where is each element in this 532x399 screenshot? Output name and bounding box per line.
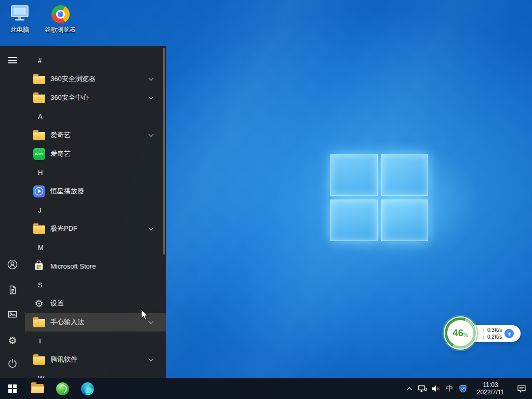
network-icon xyxy=(418,385,427,393)
volume-muted-icon xyxy=(431,384,441,393)
folder-icon xyxy=(33,93,45,103)
start-item-app[interactable]: ⚙ 设置 xyxy=(25,294,166,313)
clock-time: 11:03 xyxy=(483,381,498,389)
chevron-down-icon xyxy=(149,225,154,231)
chrome-icon xyxy=(51,3,70,25)
folder-icon xyxy=(33,130,45,140)
settings-gear-icon: ⚙ xyxy=(8,336,17,345)
chevron-down-icon xyxy=(149,356,154,362)
power-icon xyxy=(7,358,18,370)
download-arrow-icon xyxy=(482,335,487,340)
windows-logo-icon xyxy=(8,384,17,393)
speed-rows: 0.3K/s 0.2K/s xyxy=(482,327,502,340)
documents-icon xyxy=(7,285,18,297)
start-section-header[interactable]: H xyxy=(25,163,166,182)
upload-speed: 0.3K/s xyxy=(482,327,502,334)
show-hidden-icons-button[interactable] xyxy=(403,378,416,399)
network-button[interactable] xyxy=(416,378,429,399)
start-menu-rail: ⚙ xyxy=(0,46,25,378)
ime-indicator[interactable]: 中 xyxy=(443,378,456,399)
desktop-icon-chrome[interactable]: 谷歌浏览器 xyxy=(41,3,80,34)
chevron-down-icon xyxy=(149,319,154,324)
usage-percent: 46 % xyxy=(447,320,473,346)
pictures-icon xyxy=(7,309,18,322)
folder-icon xyxy=(33,74,45,84)
pictures-button[interactable] xyxy=(0,305,25,326)
settings-button[interactable]: ⚙ xyxy=(0,330,25,351)
start-app-list: # 360安全浏览器 360安全中心 A 爱奇艺 iQIYI 爱奇艺 H xyxy=(25,51,166,378)
logo-pane xyxy=(330,200,378,242)
action-center-button[interactable] xyxy=(511,378,532,399)
stellar-player-icon xyxy=(33,185,45,197)
desktop: 此电脑 谷歌浏览器 xyxy=(0,0,532,399)
start-section-header[interactable]: A xyxy=(25,107,166,126)
system-tray: 中 11:03 2022/7/11 xyxy=(403,378,532,399)
start-item-folder-hovered[interactable]: 手心输入法 xyxy=(25,313,166,331)
logo-pane xyxy=(381,200,429,242)
folder-icon xyxy=(33,317,45,327)
file-explorer-button[interactable] xyxy=(25,378,50,399)
start-item-folder[interactable]: 腾讯软件 xyxy=(25,350,166,369)
start-section-header[interactable]: T xyxy=(25,331,166,350)
start-menu-scrollbar[interactable] xyxy=(163,48,165,255)
start-section-header[interactable]: S xyxy=(25,275,166,294)
chevron-down-icon xyxy=(149,76,154,81)
taskbar: 中 11:03 2022/7/11 xyxy=(0,378,532,399)
logo-pane xyxy=(330,154,378,196)
folder-icon xyxy=(33,224,45,234)
user-account-button[interactable] xyxy=(0,255,25,276)
file-explorer-icon xyxy=(31,384,44,393)
start-item-app[interactable]: Microsoft Store xyxy=(25,257,166,275)
start-section-header[interactable]: # xyxy=(25,51,166,70)
start-item-folder[interactable]: 极光PDF xyxy=(25,219,166,238)
chevron-down-icon xyxy=(149,95,154,100)
security-shield-icon xyxy=(459,384,467,393)
desktop-icon-label: 此电脑 xyxy=(10,25,29,34)
start-item-app[interactable]: iQIYI 爱奇艺 xyxy=(25,144,166,163)
clock-date: 2022/7/11 xyxy=(477,389,504,396)
action-center-icon xyxy=(517,384,526,393)
this-pc-icon xyxy=(9,3,30,25)
upload-arrow-icon xyxy=(482,328,487,333)
documents-button[interactable] xyxy=(0,281,25,301)
settings-gear-icon: ⚙ xyxy=(33,299,45,309)
security-button[interactable] xyxy=(456,378,470,399)
iqiyi-icon: iQIYI xyxy=(33,148,45,160)
chevron-down-icon xyxy=(149,132,154,137)
menu-icon xyxy=(8,56,17,65)
wallpaper-windows-logo xyxy=(330,154,428,241)
edge-button[interactable] xyxy=(75,378,100,399)
logo-pane xyxy=(381,154,429,196)
start-item-folder[interactable]: 360安全浏览器 xyxy=(25,70,166,88)
user-avatar-icon xyxy=(7,259,18,272)
microsoft-store-icon xyxy=(33,260,45,272)
add-button[interactable]: + xyxy=(504,329,514,338)
start-section-header[interactable]: J xyxy=(25,201,166,219)
taskbar-clock[interactable]: 11:03 2022/7/11 xyxy=(470,378,511,399)
browser-360-button[interactable] xyxy=(50,378,75,399)
expand-menu-button[interactable] xyxy=(0,50,25,71)
edge-icon xyxy=(81,382,94,395)
power-button[interactable] xyxy=(0,354,25,375)
start-section-header[interactable]: W xyxy=(25,369,166,378)
start-menu: ⚙ # 360安全浏览器 360安全中心 xyxy=(0,46,166,378)
start-section-header[interactable]: M xyxy=(25,238,166,257)
volume-button[interactable] xyxy=(429,378,443,399)
memory-usage-ball[interactable]: 46 % xyxy=(444,316,477,350)
start-item-folder[interactable]: 360安全中心 xyxy=(25,88,166,107)
chevron-up-icon xyxy=(406,385,413,392)
browser-360-icon xyxy=(56,382,69,395)
start-button[interactable] xyxy=(0,378,25,399)
download-speed: 0.2K/s xyxy=(482,334,502,340)
start-item-folder[interactable]: 爱奇艺 xyxy=(25,126,166,144)
desktop-icon-label: 谷歌浏览器 xyxy=(45,25,76,34)
folder-icon xyxy=(33,355,45,365)
start-item-app[interactable]: 恒星播放器 xyxy=(25,182,166,201)
desktop-icon-this-pc[interactable]: 此电脑 xyxy=(0,3,39,34)
